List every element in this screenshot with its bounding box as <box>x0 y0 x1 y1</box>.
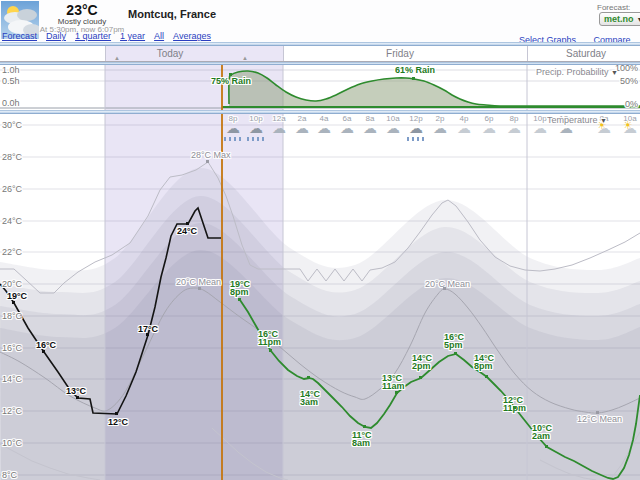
forecast-source-label: Forecast: <box>597 3 630 12</box>
chevron-down-icon: ▼ <box>637 16 640 23</box>
rain-drops-icon <box>224 137 242 141</box>
nav-link-all[interactable]: All <box>154 31 164 41</box>
forecast-temp-label: 13°C11am <box>382 374 405 390</box>
forecast-temp-label: 14°C2pm <box>412 354 432 370</box>
forecast-point-marker <box>269 349 272 352</box>
rain-cloud-icon: ☁ <box>409 121 423 135</box>
light-cloud-icon: ☁ <box>507 121 521 135</box>
day-label: Friday <box>386 48 414 59</box>
light-cloud-icon: ☁ <box>457 121 471 135</box>
precip-axis-label-left: 0.5h <box>2 76 20 86</box>
forecast-point-marker <box>513 406 516 409</box>
precip-axis-label-left: 1.0h <box>2 65 20 75</box>
historical-stat-label: 20°C Mean <box>425 279 470 289</box>
temp-axis-label: 30°C <box>2 120 22 130</box>
forecast-point-marker <box>307 376 310 379</box>
cloud-icon: ☁ <box>386 121 400 135</box>
observed-point-marker <box>115 412 118 415</box>
current-temperature: 23°C <box>40 2 124 18</box>
nav-link-1-year[interactable]: 1 year <box>120 31 145 41</box>
precip-pane-dropdown[interactable]: Precip. Probability ▼ <box>536 67 618 77</box>
precip-axis-label-left: 0.0h <box>2 98 20 108</box>
temp-axis-label: 10°C <box>2 438 22 448</box>
forecast-point-marker <box>545 445 548 448</box>
temp-axis-label: 28°C <box>2 152 22 162</box>
chevron-down-icon: ▼ <box>611 69 618 76</box>
observed-point-marker <box>186 222 189 225</box>
forecast-temp-label: 14°C8pm <box>474 354 494 370</box>
cloud-icon: ☁ <box>433 121 447 135</box>
forecast-point-marker <box>419 376 422 379</box>
forecast-temp-label: 12°C11pm <box>503 396 526 412</box>
observed-temp-label: 24°C <box>177 226 197 236</box>
observed-temp-label: 13°C <box>66 386 86 396</box>
cloud-icon: ☁ <box>363 121 377 135</box>
observed-point-marker <box>76 396 79 399</box>
nav-link-averages[interactable]: Averages <box>173 31 211 41</box>
day-column-today <box>105 46 283 61</box>
cloud-icon: ☁ <box>317 121 331 135</box>
light-cloud-icon: ☁ <box>482 121 496 135</box>
sun-marker-icon: ▲ <box>114 55 120 61</box>
temp-axis-label: 8°C <box>2 470 17 480</box>
rain-cloud-icon: ☁ <box>226 121 240 135</box>
temp-axis-label: 14°C <box>2 374 22 384</box>
forecast-temp-label: 14°C3am <box>300 390 320 406</box>
forecast-temp-label: 16°C11pm <box>258 330 281 346</box>
pane-divider-handle[interactable] <box>0 62 640 65</box>
rain-drops-icon <box>247 137 265 141</box>
forecast-temp-label: 16°C5pm <box>444 333 464 349</box>
forecast-point-marker <box>395 391 398 394</box>
temp-axis-label: 16°C <box>2 343 22 353</box>
historical-stat-label: 28°C Max <box>191 150 231 160</box>
light-cloud-icon: ☁ <box>533 121 547 135</box>
observed-temp-label: 12°C <box>108 417 128 427</box>
observed-point-marker <box>42 350 45 353</box>
day-label: Today <box>157 48 184 59</box>
nav-link-1-quarter[interactable]: 1 quarter <box>75 31 111 41</box>
temp-axis-label: 12°C <box>2 406 22 416</box>
temp-axis-label: 26°C <box>2 184 22 194</box>
cloud-icon: ☁ <box>272 121 286 135</box>
day-label: Saturday <box>566 48 606 59</box>
forecast-source-dropdown[interactable]: met.no▼ <box>599 12 640 26</box>
precip-axis-label-right: 0% <box>625 99 638 109</box>
pane-divider-handle[interactable] <box>0 110 640 114</box>
day-header-row: TodayFridaySaturday▲▲ <box>0 46 640 62</box>
forecast-point-marker <box>363 425 366 428</box>
historical-stat-marker <box>596 411 599 414</box>
cloud-icon: ☁ <box>295 121 309 135</box>
precip-point-marker <box>412 77 415 80</box>
observed-temp-label: 16°C <box>36 340 56 350</box>
observed-point-marker <box>146 333 149 336</box>
temp-axis-label: 20°C <box>2 279 22 289</box>
rain-drops-icon <box>407 137 425 141</box>
location-title: Montcuq, France <box>128 8 216 20</box>
forecast-temp-label: 10°C2am <box>532 424 552 440</box>
forecast-temp-label: 19°C8pm <box>230 280 250 296</box>
temp-axis-label: 24°C <box>2 216 22 226</box>
rain-cloud-icon: ☁ <box>249 121 263 135</box>
nav-link-forecast[interactable]: Forecast <box>2 31 37 41</box>
precip-axis-label-right: 50% <box>620 76 638 86</box>
chevron-down-icon: ▼ <box>600 117 607 124</box>
historical-stat-marker <box>443 287 446 290</box>
nav-link-daily[interactable]: Daily <box>46 31 66 41</box>
forecast-point-marker <box>454 352 457 355</box>
forecast-point-marker <box>238 298 241 301</box>
observed-temp-label: 19°C <box>7 291 27 301</box>
historical-stat-marker <box>198 287 201 290</box>
chart-area: 30°C28°C26°C24°C22°C20°C18°C16°C14°C12°C… <box>0 62 640 480</box>
main-nav: ForecastDaily1 quarter1 yearAllAverages <box>2 31 220 41</box>
temp-axis-label: 22°C <box>2 247 22 257</box>
forecast-temp-label: 11°C8am <box>352 431 372 447</box>
temp-axis-label: 18°C <box>2 311 22 321</box>
temperature-pane-dropdown[interactable]: Temperature ▼ <box>547 115 607 125</box>
observed-point-marker <box>12 301 15 304</box>
weather-dashboard: 23°C Mostly cloudy At 5:30pm, now 6:07pm… <box>0 0 640 480</box>
sun-marker-icon: ▲ <box>242 55 248 61</box>
historical-stat-marker <box>206 160 209 163</box>
cloud-icon: ☁ <box>340 121 354 135</box>
historical-stat-label: 12°C Mean <box>577 414 622 424</box>
forecast-point-marker <box>485 375 488 378</box>
